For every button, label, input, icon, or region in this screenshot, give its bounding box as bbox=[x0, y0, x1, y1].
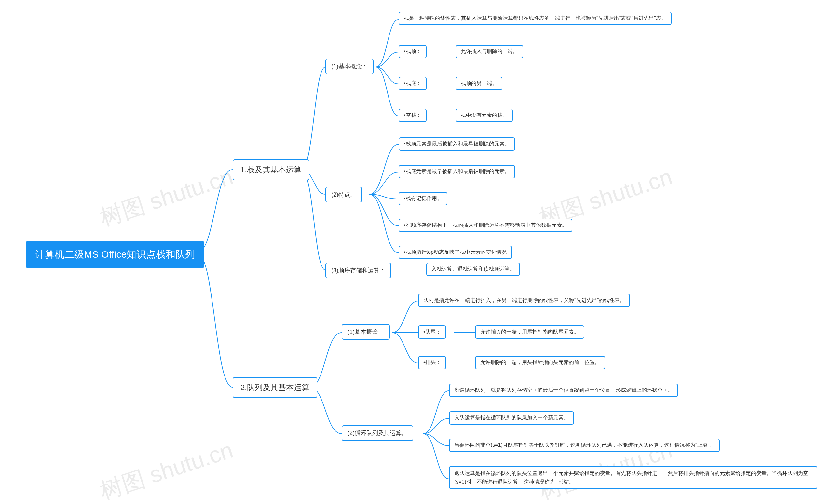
node-stack-feat-c[interactable]: •栈有记忆作用。 bbox=[399, 192, 447, 205]
node-stack-storage[interactable]: (3)顺序存储和运算： bbox=[325, 263, 391, 278]
node-queue-front-desc[interactable]: 允许删除的一端，用头指针指向头元素的前一位置。 bbox=[475, 356, 605, 369]
root-node[interactable]: 计算机二级MS Office知识点栈和队列 bbox=[26, 241, 204, 268]
node-stack-top-desc[interactable]: 允许插入与删除的一端。 bbox=[456, 45, 523, 58]
node-queue-basic[interactable]: (1)基本概念： bbox=[342, 324, 390, 340]
node-queue[interactable]: 2.队列及其基本运算 bbox=[233, 377, 317, 398]
node-queue-front[interactable]: •排头： bbox=[418, 356, 446, 369]
node-queue-rear-desc[interactable]: 允许插入的一端，用尾指针指向队尾元素。 bbox=[475, 326, 585, 339]
watermark: 树图 shutu.cn bbox=[96, 162, 237, 233]
node-stack-storage-ops[interactable]: 入栈运算、退栈运算和读栈顶运算。 bbox=[426, 263, 520, 276]
mindmap-canvas: { "watermarks": ["树图 shutu.cn","树图 shutu… bbox=[0, 0, 833, 504]
node-stack-features[interactable]: (2)特点。 bbox=[325, 187, 362, 202]
node-queue-circular[interactable]: (2)循环队列及其运算。 bbox=[342, 425, 413, 441]
node-queue-circ-c[interactable]: 当循环队列非空(s=1)且队尾指针等于队头指针时，说明循环队列已满，不能进行入队… bbox=[449, 439, 720, 452]
node-stack-bottom[interactable]: •栈底： bbox=[399, 77, 427, 90]
node-stack-basic[interactable]: (1)基本概念： bbox=[325, 58, 374, 74]
node-queue-circ-d[interactable]: 退队运算是指在循环队列的队头位置退出一个元素并赋给指定的变量。首先将队头指针进一… bbox=[449, 466, 817, 489]
node-stack-feat-b[interactable]: •栈底元素是最早被插入和最后被删除的元素。 bbox=[399, 165, 515, 178]
node-stack-def[interactable]: 栈是一种特殊的线性表，其插入运算与删除运算都只在线性表的一端进行，也被称为"先进… bbox=[399, 12, 672, 25]
node-stack-feat-e[interactable]: •栈顶指针top动态反映了栈中元素的变化情况 bbox=[399, 246, 512, 259]
node-stack[interactable]: 1.栈及其基本运算 bbox=[233, 160, 309, 180]
watermark: 树图 shutu.cn bbox=[96, 435, 237, 504]
node-queue-rear[interactable]: •队尾： bbox=[418, 326, 446, 339]
node-stack-feat-a[interactable]: •栈顶元素是最后被插入和最早被删除的元素。 bbox=[399, 137, 515, 151]
node-queue-circ-b[interactable]: 入队运算是指在循环队列的队尾加入一个新元素。 bbox=[449, 411, 574, 425]
node-queue-def[interactable]: 队列是指允许在一端进行插入，在另一端进行删除的线性表，又称"先进先出"的线性表。 bbox=[418, 294, 630, 307]
node-queue-circ-a[interactable]: 所谓循环队列，就是将队列存储空间的最后一个位置绕到第一个位置，形成逻辑上的环状空… bbox=[449, 384, 678, 397]
node-stack-empty-desc[interactable]: 栈中没有元素的栈。 bbox=[456, 109, 513, 122]
node-stack-feat-d[interactable]: •在顺序存储结构下，栈的插入和删除运算不需移动表中其他数据元素。 bbox=[399, 219, 572, 232]
node-stack-bottom-desc[interactable]: 栈顶的另一端。 bbox=[456, 77, 502, 90]
node-stack-empty[interactable]: •空栈： bbox=[399, 109, 427, 122]
node-stack-top[interactable]: •栈顶： bbox=[399, 45, 427, 58]
